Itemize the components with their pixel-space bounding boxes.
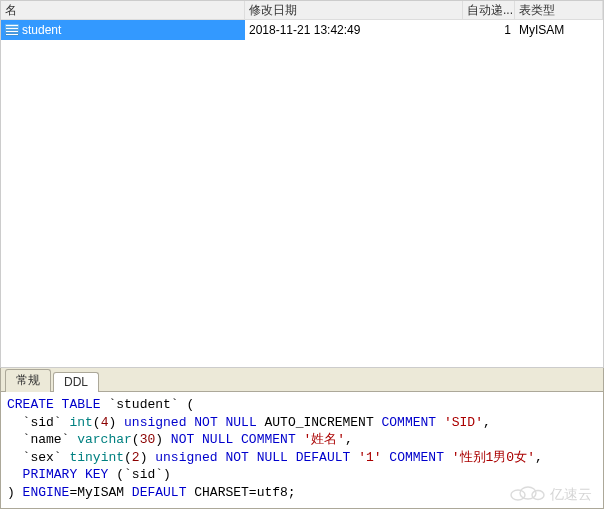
kw-primary-key: PRIMARY KEY	[7, 467, 108, 482]
ddl-text: `student` (	[101, 397, 195, 412]
kw-not-null-comment: NOT NULL COMMENT	[171, 432, 296, 447]
ddl-text: =MyISAM	[69, 485, 131, 500]
kw-varchar: varchar	[77, 432, 132, 447]
ddl-text: `sex`	[7, 450, 69, 465]
str-literal: '姓名'	[304, 432, 346, 447]
table-icon	[5, 24, 19, 36]
kw-unsigned-not-null-default: unsigned NOT NULL DEFAULT	[155, 450, 350, 465]
tabs-bar: 常规 DDL	[0, 368, 604, 392]
kw-engine: ENGINE	[23, 485, 70, 500]
ddl-editor[interactable]: CREATE TABLE `student` ( `sid` int(4) un…	[0, 392, 604, 509]
col-header-auto[interactable]: 自动递...	[463, 1, 515, 19]
ddl-text: (	[93, 415, 101, 430]
kw-tinyint: tinyint	[69, 450, 124, 465]
ddl-text: )	[140, 450, 156, 465]
cell-name: student	[1, 20, 245, 40]
ddl-text: ,	[483, 415, 491, 430]
str-literal: '1'	[358, 450, 381, 465]
ddl-text: `sid`	[7, 415, 69, 430]
ddl-text	[444, 450, 452, 465]
table-row[interactable]: student 2018-11-21 13:42:49 1 MyISAM	[1, 20, 603, 40]
cell-type: MyISAM	[515, 20, 603, 40]
ddl-text: )	[155, 432, 171, 447]
ddl-text: )	[7, 485, 23, 500]
ddl-text: )	[108, 415, 124, 430]
ddl-text: `name`	[7, 432, 77, 447]
ddl-text: (	[132, 432, 140, 447]
kw-create-table: CREATE TABLE	[7, 397, 101, 412]
str-literal: 'SID'	[444, 415, 483, 430]
str-literal: '性别1男0女'	[452, 450, 535, 465]
num-literal: 30	[140, 432, 156, 447]
ddl-text	[436, 415, 444, 430]
tab-ddl[interactable]: DDL	[53, 372, 99, 392]
table-list-pane: 名 修改日期 自动递... 表类型 student 2018-11-21 13:…	[0, 0, 604, 368]
col-header-modified[interactable]: 修改日期	[245, 1, 463, 19]
tab-general[interactable]: 常规	[5, 369, 51, 392]
col-header-type[interactable]: 表类型	[515, 1, 603, 19]
ddl-text: CHARSET=utf8;	[186, 485, 295, 500]
ddl-text	[350, 450, 358, 465]
ddl-text: (`sid`)	[108, 467, 170, 482]
kw-int: int	[69, 415, 92, 430]
cell-auto: 1	[463, 20, 515, 40]
num-literal: 2	[132, 450, 140, 465]
cell-modified: 2018-11-21 13:42:49	[245, 20, 463, 40]
table-name-text: student	[22, 20, 61, 40]
column-header-row: 名 修改日期 自动递... 表类型	[1, 1, 603, 20]
kw-comment: COMMENT	[382, 415, 437, 430]
kw-default: DEFAULT	[132, 485, 187, 500]
kw-comment: COMMENT	[389, 450, 444, 465]
ddl-text	[296, 432, 304, 447]
ddl-text: (	[124, 450, 132, 465]
ddl-text: AUTO_INCREMENT	[257, 415, 382, 430]
kw-unsigned-not-null: unsigned NOT NULL	[124, 415, 257, 430]
ddl-text: ,	[345, 432, 353, 447]
col-header-name[interactable]: 名	[1, 1, 245, 19]
ddl-text: ,	[535, 450, 543, 465]
